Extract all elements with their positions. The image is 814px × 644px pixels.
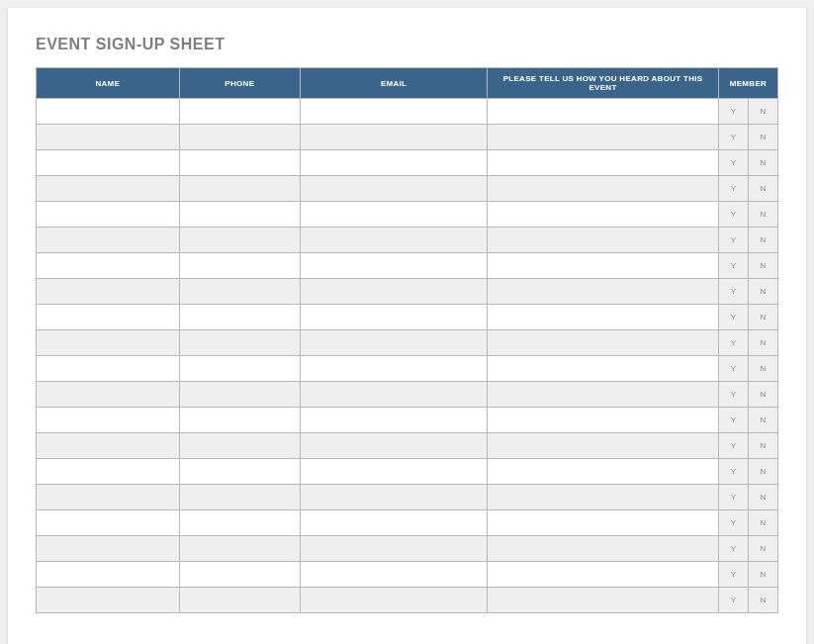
cell-heard[interactable] [488, 562, 719, 588]
cell-name[interactable] [37, 485, 180, 510]
cell-member-y[interactable]: Y [718, 279, 748, 305]
cell-member-y[interactable]: Y [718, 305, 748, 330]
cell-phone[interactable] [179, 510, 300, 536]
cell-email[interactable] [301, 253, 488, 279]
cell-name[interactable] [37, 510, 180, 536]
cell-name[interactable] [37, 228, 180, 253]
cell-member-n[interactable]: N [748, 330, 777, 356]
cell-email[interactable] [301, 99, 488, 125]
cell-name[interactable] [37, 176, 180, 202]
cell-name[interactable] [37, 150, 180, 176]
cell-name[interactable] [37, 588, 180, 613]
cell-phone[interactable] [179, 356, 300, 382]
cell-member-n[interactable]: N [748, 433, 777, 459]
cell-heard[interactable] [488, 433, 719, 459]
cell-email[interactable] [301, 150, 488, 176]
cell-member-n[interactable]: N [748, 408, 777, 433]
cell-name[interactable] [37, 253, 180, 279]
cell-phone[interactable] [179, 433, 300, 459]
cell-heard[interactable] [488, 330, 719, 356]
cell-phone[interactable] [179, 536, 300, 562]
cell-email[interactable] [301, 279, 488, 305]
cell-phone[interactable] [179, 99, 300, 125]
cell-name[interactable] [37, 433, 180, 459]
cell-heard[interactable] [488, 382, 719, 408]
cell-email[interactable] [301, 536, 488, 562]
cell-member-n[interactable]: N [748, 562, 777, 588]
cell-phone[interactable] [179, 228, 300, 253]
cell-phone[interactable] [179, 202, 300, 228]
cell-member-y[interactable]: Y [718, 433, 748, 459]
cell-phone[interactable] [179, 279, 300, 305]
cell-member-n[interactable]: N [748, 485, 777, 510]
cell-name[interactable] [37, 202, 180, 228]
cell-email[interactable] [301, 562, 488, 588]
cell-member-y[interactable]: Y [718, 99, 748, 125]
cell-member-n[interactable]: N [748, 253, 777, 279]
cell-heard[interactable] [488, 125, 719, 150]
cell-member-y[interactable]: Y [718, 485, 748, 510]
cell-email[interactable] [301, 588, 488, 613]
cell-member-n[interactable]: N [748, 459, 777, 485]
cell-name[interactable] [37, 536, 180, 562]
cell-phone[interactable] [179, 459, 300, 485]
cell-member-n[interactable]: N [748, 382, 777, 408]
cell-member-y[interactable]: Y [718, 382, 748, 408]
cell-heard[interactable] [488, 150, 719, 176]
cell-member-y[interactable]: Y [718, 510, 748, 536]
cell-phone[interactable] [179, 176, 300, 202]
cell-heard[interactable] [488, 253, 719, 279]
cell-phone[interactable] [179, 150, 300, 176]
cell-member-n[interactable]: N [748, 279, 777, 305]
cell-phone[interactable] [179, 588, 300, 613]
cell-phone[interactable] [179, 382, 300, 408]
cell-name[interactable] [37, 305, 180, 330]
cell-heard[interactable] [488, 408, 719, 433]
cell-name[interactable] [37, 99, 180, 125]
cell-phone[interactable] [179, 305, 300, 330]
cell-phone[interactable] [179, 125, 300, 150]
cell-email[interactable] [301, 433, 488, 459]
cell-heard[interactable] [488, 536, 719, 562]
cell-name[interactable] [37, 459, 180, 485]
cell-name[interactable] [37, 382, 180, 408]
cell-name[interactable] [37, 562, 180, 588]
cell-member-n[interactable]: N [748, 228, 777, 253]
cell-email[interactable] [301, 330, 488, 356]
cell-phone[interactable] [179, 330, 300, 356]
cell-name[interactable] [37, 356, 180, 382]
cell-member-n[interactable]: N [748, 536, 777, 562]
cell-member-n[interactable]: N [748, 510, 777, 536]
cell-heard[interactable] [488, 228, 719, 253]
cell-member-n[interactable]: N [748, 176, 777, 202]
cell-email[interactable] [301, 125, 488, 150]
cell-member-y[interactable]: Y [718, 150, 748, 176]
cell-email[interactable] [301, 408, 488, 433]
cell-heard[interactable] [488, 485, 719, 510]
cell-phone[interactable] [179, 253, 300, 279]
cell-heard[interactable] [488, 510, 719, 536]
cell-phone[interactable] [179, 562, 300, 588]
cell-member-y[interactable]: Y [718, 536, 748, 562]
cell-name[interactable] [37, 125, 180, 150]
cell-email[interactable] [301, 382, 488, 408]
cell-heard[interactable] [488, 588, 719, 613]
cell-member-y[interactable]: Y [718, 228, 748, 253]
cell-heard[interactable] [488, 459, 719, 485]
cell-member-y[interactable]: Y [718, 459, 748, 485]
cell-email[interactable] [301, 305, 488, 330]
cell-phone[interactable] [179, 408, 300, 433]
cell-email[interactable] [301, 485, 488, 510]
cell-heard[interactable] [488, 279, 719, 305]
cell-heard[interactable] [488, 356, 719, 382]
cell-member-y[interactable]: Y [718, 588, 748, 613]
cell-member-n[interactable]: N [748, 125, 777, 150]
cell-email[interactable] [301, 510, 488, 536]
cell-member-n[interactable]: N [748, 356, 777, 382]
cell-member-y[interactable]: Y [718, 253, 748, 279]
cell-email[interactable] [301, 176, 488, 202]
cell-phone[interactable] [179, 485, 300, 510]
cell-member-n[interactable]: N [748, 305, 777, 330]
cell-heard[interactable] [488, 202, 719, 228]
cell-name[interactable] [37, 408, 180, 433]
